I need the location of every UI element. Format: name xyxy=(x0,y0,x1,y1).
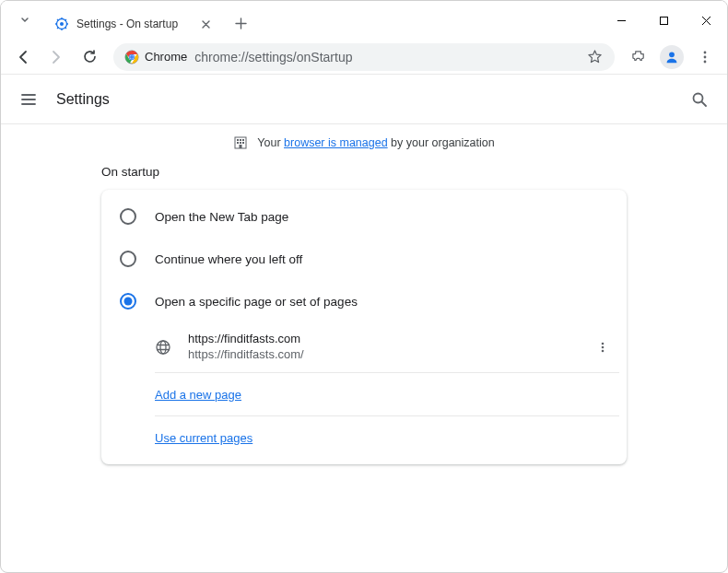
svg-point-11 xyxy=(704,60,707,63)
svg-rect-2 xyxy=(660,17,667,24)
startup-page-entry: https://finditfasts.com https://finditfa… xyxy=(155,322,619,373)
svg-point-22 xyxy=(160,341,166,354)
tab-title: Settings - On startup xyxy=(76,18,193,30)
page-title: Settings xyxy=(56,91,110,108)
svg-rect-16 xyxy=(242,139,244,141)
svg-point-23 xyxy=(602,343,605,345)
startup-card: Open the New Tab page Continue where you… xyxy=(101,190,627,464)
radio-icon xyxy=(120,293,136,310)
minimize-button[interactable] xyxy=(600,4,642,37)
svg-point-1 xyxy=(60,22,64,26)
tab-close-button[interactable] xyxy=(198,17,213,31)
managed-banner: Your browser is managed by your organiza… xyxy=(1,124,727,165)
forward-button[interactable] xyxy=(41,42,71,72)
specific-pages-subsection: https://finditfasts.com https://finditfa… xyxy=(155,322,619,459)
radio-icon xyxy=(120,208,136,225)
settings-header: Settings xyxy=(1,75,727,124)
search-settings-button[interactable] xyxy=(688,88,710,111)
svg-point-9 xyxy=(704,51,707,53)
settings-gear-icon xyxy=(54,17,69,31)
svg-point-25 xyxy=(602,350,605,353)
svg-point-10 xyxy=(704,55,707,58)
chrome-menu-button[interactable] xyxy=(690,42,720,72)
svg-rect-19 xyxy=(242,142,244,144)
avatar-icon xyxy=(660,45,684,69)
building-icon xyxy=(233,135,248,150)
svg-point-21 xyxy=(157,341,170,354)
omnibox-url-text: chrome://settings/onStartup xyxy=(194,50,587,64)
option-label: Open the New Tab page xyxy=(155,210,288,224)
svg-point-7 xyxy=(130,55,134,59)
back-button[interactable] xyxy=(8,42,38,72)
maximize-button[interactable] xyxy=(642,4,685,37)
reload-button[interactable] xyxy=(75,42,104,72)
profile-button[interactable] xyxy=(657,42,687,72)
option-label: Continue where you left off xyxy=(155,252,302,266)
close-window-button[interactable] xyxy=(685,4,727,37)
managed-text: Your browser is managed by your organiza… xyxy=(257,136,494,149)
page-more-button[interactable] xyxy=(593,334,612,360)
content-area: On startup Open the New Tab page Continu… xyxy=(1,165,727,464)
managed-link[interactable]: browser is managed xyxy=(284,136,388,149)
browser-tab[interactable]: Settings - On startup xyxy=(45,9,220,39)
page-entry-title: https://finditfasts.com xyxy=(188,332,593,347)
globe-icon xyxy=(155,339,171,356)
option-new-tab[interactable]: Open the New Tab page xyxy=(101,195,627,238)
extensions-button[interactable] xyxy=(624,42,653,72)
bookmark-star-icon[interactable] xyxy=(587,49,604,65)
radio-icon xyxy=(120,251,136,267)
option-continue[interactable]: Continue where you left off xyxy=(101,238,627,280)
page-entry-url: https://finditfasts.com/ xyxy=(188,347,593,363)
option-label: Open a specific page or set of pages xyxy=(155,295,358,309)
svg-rect-17 xyxy=(237,142,239,144)
use-current-link[interactable]: Use current pages xyxy=(155,431,252,445)
menu-button[interactable] xyxy=(18,88,40,111)
window-controls xyxy=(600,4,727,37)
add-page-link[interactable]: Add a new page xyxy=(155,388,241,402)
new-tab-button[interactable] xyxy=(228,10,253,36)
svg-rect-15 xyxy=(240,139,241,141)
page-info: https://finditfasts.com https://finditfa… xyxy=(188,332,593,363)
svg-point-24 xyxy=(602,346,605,349)
tab-search-button[interactable] xyxy=(8,4,41,37)
titlebar: Settings - On startup xyxy=(1,1,727,40)
section-label: On startup xyxy=(101,165,627,179)
address-bar[interactable]: Chrome chrome://settings/onStartup xyxy=(113,43,615,71)
chrome-icon xyxy=(124,50,139,64)
browser-toolbar: Chrome chrome://settings/onStartup xyxy=(1,40,727,75)
svg-rect-20 xyxy=(240,145,242,148)
svg-point-8 xyxy=(669,52,675,57)
option-specific-pages[interactable]: Open a specific page or set of pages xyxy=(101,280,627,322)
add-page-row: Add a new page xyxy=(155,373,619,416)
svg-rect-18 xyxy=(240,142,241,144)
svg-rect-14 xyxy=(237,139,239,141)
omnibox-origin-label: Chrome xyxy=(145,50,187,64)
use-current-row: Use current pages xyxy=(155,416,619,459)
